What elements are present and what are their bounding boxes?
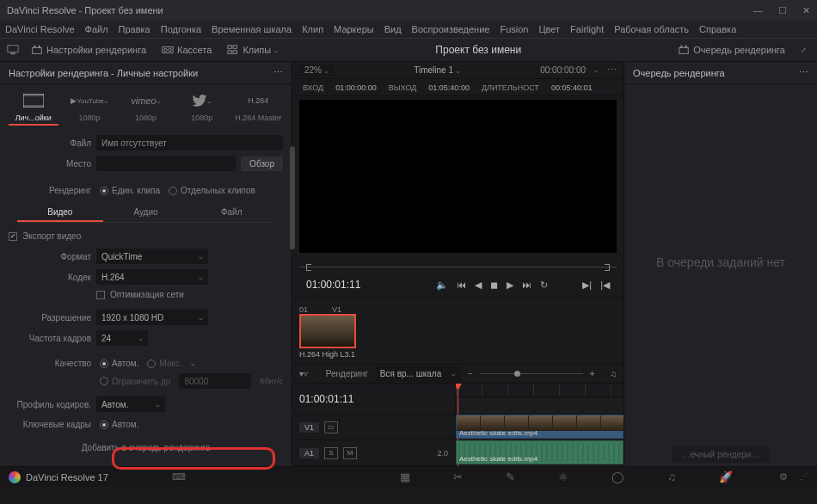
- tc-display[interactable]: 00:00:00:00: [540, 65, 586, 75]
- tab-file[interactable]: Файл: [188, 204, 274, 222]
- minimize-button[interactable]: —: [753, 5, 763, 16]
- in-point-icon[interactable]: [306, 264, 311, 271]
- next-clip-button[interactable]: ▶|: [582, 280, 592, 291]
- edit-page-icon[interactable]: ✎: [506, 470, 515, 483]
- codec-select[interactable]: H.264⌵: [96, 269, 208, 285]
- export-video-checkbox[interactable]: ✓: [9, 232, 17, 241]
- start-render-button[interactable]: …ечный рендери…: [672, 446, 771, 463]
- menu-view[interactable]: Вид: [384, 24, 402, 34]
- render-single-radio[interactable]: Един. клипа: [100, 186, 160, 195]
- deliver-page-icon[interactable]: 🚀: [719, 470, 733, 483]
- tc-menu-icon[interactable]: ⌵: [594, 66, 599, 74]
- clips-button[interactable]: Клипы ⌵: [224, 42, 282, 58]
- prev-clip-button[interactable]: |◀: [600, 280, 610, 291]
- quality-max-radio[interactable]: Макс.: [147, 359, 181, 368]
- tab-video[interactable]: Видео: [17, 204, 103, 222]
- location-input[interactable]: [96, 156, 236, 171]
- resolution-label: Разрешение: [9, 313, 91, 323]
- render-queue-button[interactable]: Очередь рендеринга: [674, 42, 789, 58]
- a1-solo-button[interactable]: S: [324, 447, 338, 459]
- tab-audio[interactable]: Аудио: [103, 204, 189, 222]
- timeline-name-select[interactable]: Timeline 1 ⌵: [342, 65, 531, 75]
- expand-button[interactable]: ⤢: [797, 45, 810, 56]
- v1-track-label[interactable]: V1: [299, 422, 319, 433]
- zoom-slider[interactable]: [480, 373, 583, 374]
- netopt-checkbox[interactable]: [96, 291, 105, 299]
- format-select[interactable]: QuickTime⌵: [96, 249, 208, 264]
- scrub-bar[interactable]: [299, 263, 617, 272]
- menu-file[interactable]: Файл: [85, 24, 108, 34]
- monitor-icon[interactable]: [7, 44, 19, 56]
- menu-trim[interactable]: Подгонка: [161, 24, 201, 34]
- out-point-icon[interactable]: [605, 264, 610, 271]
- maximize-button[interactable]: ☐: [778, 5, 787, 16]
- panel-menu-icon[interactable]: ⋯: [273, 67, 283, 78]
- a1-track-label[interactable]: A1: [299, 448, 319, 458]
- menu-fairlight[interactable]: Fairlight: [570, 24, 604, 34]
- resize-grip-icon[interactable]: ⋰: [800, 471, 808, 482]
- menu-workspace[interactable]: Рабочая область: [614, 24, 689, 34]
- video-clip[interactable]: Aesthetic skate edits.mp4: [456, 415, 624, 439]
- menu-edit[interactable]: Правка: [119, 24, 150, 34]
- rewind-button[interactable]: ◀: [475, 280, 482, 291]
- filename-input[interactable]: [96, 135, 283, 151]
- dur-value: 00:05:40:01: [551, 83, 593, 92]
- viewer-menu-icon[interactable]: ⋯: [607, 65, 617, 76]
- queue-panel-menu-icon[interactable]: ⋯: [799, 67, 808, 78]
- svg-rect-13: [681, 46, 683, 48]
- play-button[interactable]: ▶: [507, 280, 513, 291]
- close-button[interactable]: ✕: [802, 5, 810, 16]
- menu-help[interactable]: Справка: [699, 24, 736, 34]
- aclip-label: Aesthetic skate edits.mp4: [459, 455, 538, 463]
- keyframes-auto-radio[interactable]: Автом.: [100, 420, 138, 429]
- preset-custom[interactable]: [9, 93, 58, 108]
- music-icon[interactable]: ♫: [611, 369, 617, 378]
- menu-markers[interactable]: Маркеры: [334, 24, 374, 34]
- audio-clip[interactable]: Aesthetic skate edits.mp4: [456, 440, 624, 464]
- limit-input[interactable]: [179, 373, 251, 389]
- resolution-select[interactable]: 1920 x 1080 HD⌵: [96, 310, 208, 325]
- v1-disable-button[interactable]: ▭: [324, 421, 338, 433]
- zoom-plus-icon[interactable]: +: [590, 369, 595, 378]
- first-frame-button[interactable]: ⏮: [457, 280, 466, 290]
- menu-app[interactable]: DaVinci Resolve: [5, 24, 75, 34]
- preset-twitter[interactable]: ⌵: [177, 93, 227, 108]
- menu-color[interactable]: Цвет: [538, 24, 560, 34]
- a1-mute-button[interactable]: M: [343, 447, 357, 459]
- timeline-ruler[interactable]: [456, 384, 624, 397]
- render-settings-button[interactable]: Настройки рендеринга: [28, 42, 150, 58]
- markers-toggle-icon[interactable]: ▾▿: [299, 369, 308, 378]
- menu-fusion[interactable]: Fusion: [500, 24, 528, 34]
- preset-vimeo[interactable]: vimeo ⌵: [120, 93, 170, 108]
- menu-clip[interactable]: Клип: [302, 24, 323, 34]
- keyboard-icon[interactable]: ⌨: [172, 471, 186, 482]
- preset-h264[interactable]: H.264: [233, 93, 283, 108]
- zoom-select[interactable]: 22% ⌵: [299, 65, 334, 76]
- tape-button[interactable]: Кассета: [158, 42, 215, 58]
- browse-button[interactable]: Обзор: [241, 157, 283, 171]
- preset-youtube[interactable]: ▶ YouTube ⌵: [64, 93, 114, 108]
- settings-icon[interactable]: ⚙: [779, 471, 788, 482]
- profile-select[interactable]: Автом.⌵: [96, 396, 165, 412]
- quality-auto-radio[interactable]: Автом.: [100, 359, 138, 368]
- volume-icon[interactable]: 🔈: [436, 280, 448, 291]
- loop-button[interactable]: ↻: [540, 280, 548, 291]
- stop-button[interactable]: ◼: [490, 280, 498, 291]
- fairlight-page-icon[interactable]: ♫: [667, 470, 676, 483]
- menu-timeline[interactable]: Временная шкала: [212, 24, 292, 34]
- fusion-page-icon[interactable]: ⚛: [558, 470, 568, 483]
- add-to-render-queue-button[interactable]: Добавить в очередь рендеринга: [68, 438, 224, 458]
- quality-limit-radio[interactable]: Ограничить до: [100, 377, 170, 386]
- cut-page-icon[interactable]: ✂: [453, 470, 463, 483]
- fps-select[interactable]: 24⌵: [96, 330, 148, 346]
- ffwd-button[interactable]: ⏭: [522, 280, 531, 290]
- media-page-icon[interactable]: ▦: [400, 470, 410, 483]
- tl-range-select[interactable]: Вся вр... шкала⌵: [375, 366, 461, 382]
- left-scroll-thumb[interactable]: [290, 146, 295, 249]
- zoom-minus-icon[interactable]: −: [468, 369, 473, 378]
- video-viewer[interactable]: [299, 100, 617, 253]
- menu-playback[interactable]: Воспроизведение: [412, 24, 490, 34]
- color-page-icon[interactable]: ◯: [611, 470, 624, 483]
- render-multi-radio[interactable]: Отдельных клипов: [169, 186, 255, 195]
- clip-thumbnail[interactable]: [299, 314, 356, 348]
